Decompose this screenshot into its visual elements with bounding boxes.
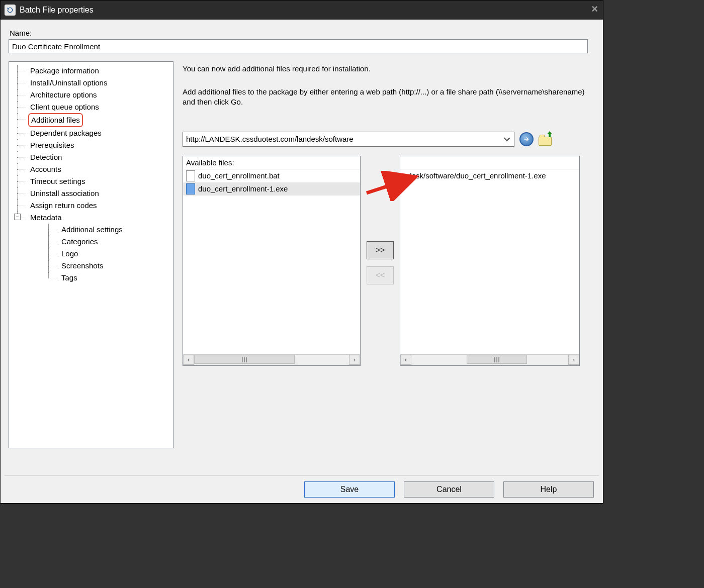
titlebar: Batch File properties × <box>1 1 603 20</box>
tree-item-categories[interactable]: Categories <box>45 236 171 248</box>
selected-files-list[interactable]: ndesk/software/duo_cert_enrollment-1.exe… <box>400 156 580 366</box>
scroll-track[interactable]: III <box>411 355 568 365</box>
tree-item-architecture-options[interactable]: Architecture options <box>11 89 171 101</box>
tree-item-screenshots[interactable]: Screenshots <box>45 260 171 272</box>
tree-item-uninstall-association[interactable]: Uninstall association <box>11 187 171 200</box>
intro-text-2: Add additional files to the package by e… <box>183 87 595 108</box>
cancel-button[interactable]: Cancel <box>404 481 494 498</box>
scroll-thumb[interactable]: III <box>467 355 527 364</box>
file-name: duo_cert_enrollment-1.exe <box>198 184 288 193</box>
tree-item-metadata[interactable]: − Metadata Additional settings Categorie… <box>11 212 171 284</box>
name-input[interactable] <box>9 39 588 53</box>
horizontal-scrollbar[interactable]: ‹ III › <box>400 354 579 365</box>
dialog-buttons: Save Cancel Help <box>1 476 603 503</box>
selected-files-header <box>400 156 579 169</box>
content-pane: You can now add additional files require… <box>183 61 595 475</box>
nav-tree[interactable]: Package information Install/Uninstall op… <box>9 61 173 448</box>
tree-item-tags[interactable]: Tags <box>45 272 171 284</box>
scroll-right-icon[interactable]: › <box>349 355 360 365</box>
remove-file-button: << <box>367 266 394 284</box>
scroll-thumb[interactable]: III <box>194 355 295 364</box>
path-combobox[interactable]: http://LANDESK.cssduotest.com/landesk/so… <box>183 132 514 147</box>
available-files-header: Available files: <box>183 156 360 169</box>
scroll-right-icon[interactable]: › <box>568 355 579 365</box>
tree-item-additional-settings[interactable]: Additional settings <box>45 224 171 236</box>
tree-item-package-information[interactable]: Package information <box>11 65 171 77</box>
intro-text-1: You can now add additional files require… <box>183 64 595 73</box>
add-file-button[interactable]: >> <box>367 241 394 259</box>
file-icon <box>186 183 195 194</box>
go-button[interactable] <box>519 132 534 146</box>
available-files-list[interactable]: Available files: duo_cert_enrollment.bat… <box>183 156 361 366</box>
browse-up-button[interactable] <box>539 133 553 146</box>
tree-item-detection[interactable]: Detection <box>11 151 171 163</box>
window-title: Batch File properties <box>20 6 94 15</box>
app-icon <box>5 5 16 16</box>
horizontal-scrollbar[interactable]: ‹ III › <box>183 354 360 365</box>
transfer-buttons: >> << <box>367 241 394 284</box>
help-button[interactable]: Help <box>503 481 594 498</box>
file-path: ndesk/software/duo_cert_enrollment-1.exe <box>403 171 546 180</box>
list-item[interactable]: duo_cert_enrollment-1.exe <box>183 182 360 195</box>
scroll-left-icon[interactable]: ‹ <box>400 355 411 365</box>
name-label: Name: <box>10 29 595 37</box>
dialog-window: Batch File properties × Name: Package in… <box>0 0 603 504</box>
path-value: http://LANDESK.cssduotest.com/landesk/so… <box>186 135 354 143</box>
tree-item-accounts[interactable]: Accounts <box>11 163 171 175</box>
save-button[interactable]: Save <box>304 481 395 498</box>
dialog-body: Name: Package information Install/Uninst… <box>1 20 603 475</box>
tree-item-install-uninstall-options[interactable]: Install/Uninstall options <box>11 77 171 89</box>
tree-item-prerequisites[interactable]: Prerequisites <box>11 139 171 151</box>
file-icon <box>186 170 195 181</box>
chevron-down-icon[interactable] <box>501 133 513 145</box>
tree-item-additional-files[interactable]: Additional files <box>11 113 171 127</box>
collapse-icon[interactable]: − <box>14 214 21 220</box>
list-item[interactable]: ndesk/software/duo_cert_enrollment-1.exe <box>400 169 579 182</box>
file-name: duo_cert_enrollment.bat <box>198 171 280 180</box>
close-icon[interactable]: × <box>591 3 598 16</box>
tree-item-client-queue-options[interactable]: Client queue options <box>11 101 171 113</box>
tree-item-dependent-packages[interactable]: Dependent packages <box>11 127 171 139</box>
scroll-left-icon[interactable]: ‹ <box>183 355 194 365</box>
tree-item-assign-return-codes[interactable]: Assign return codes <box>11 200 171 212</box>
list-item[interactable]: duo_cert_enrollment.bat <box>183 169 360 182</box>
tree-item-timeout-settings[interactable]: Timeout settings <box>11 175 171 187</box>
tree-item-logo[interactable]: Logo <box>45 248 171 260</box>
scroll-track[interactable]: III <box>194 355 349 365</box>
